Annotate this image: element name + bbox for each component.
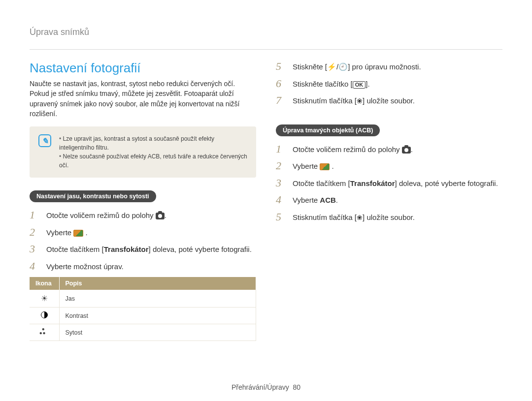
note-item: Lze upravit jas, kontrast a sytost a sou… (59, 134, 248, 152)
footer-section: Přehrávání/Úpravy (232, 383, 289, 391)
step-item: 1 Otočte voličem režimů do polohy . (30, 209, 256, 221)
step-item: 7 Stisknutím tlačítka [❀] uložíte soubor… (276, 94, 502, 107)
step-text: Stisknutím tlačítka [❀] uložíte soubor. (293, 211, 415, 223)
step-item: 5 Stisknutím tlačítka [❀] uložíte soubor… (276, 211, 502, 223)
steps-left: 1 Otočte voličem režimů do polohy . 2 Vy… (30, 209, 256, 272)
section-heading-left: Nastavení jasu, kontrastu nebo sytosti (30, 190, 156, 202)
step-number: 3 (276, 177, 286, 189)
intro-paragraph: Naučte se nastavit jas, kontrast, sytost… (30, 79, 256, 119)
step-text: Vyberte . (46, 226, 88, 239)
left-column: Nastavení fotografií Naučte se nastavit … (30, 61, 256, 373)
table-cell: Sytost (59, 324, 256, 341)
step-number: 1 (30, 209, 39, 221)
step-text: Vyberte . (293, 160, 334, 172)
flower-icon: ❀ (357, 96, 363, 106)
table-row: ☀ Jas (30, 290, 256, 308)
footer-page-number: 80 (293, 383, 300, 391)
step-item: 4 Vyberte možnost úprav. (30, 260, 256, 273)
section-heading-right: Úprava tmavých objektů (ACB) (276, 124, 380, 136)
step-item: 5 Stiskněte [⚡/🕘] pro úpravu možnosti. (276, 61, 502, 73)
step-text: Stiskněte [⚡/🕘] pro úpravu možnosti. (293, 61, 421, 73)
step-text: Vyberte možnost úprav. (46, 260, 124, 273)
brightness-icon: ☀ (41, 294, 48, 303)
step-item: 2 Vyberte . (30, 226, 256, 239)
step-text: Vyberte ACB. (293, 194, 338, 206)
step-number: 4 (30, 260, 39, 272)
timer-icon: 🕘 (338, 62, 348, 71)
step-number: 1 (276, 143, 286, 155)
flower-icon: ❀ (357, 213, 363, 223)
page-title: Nastavení fotografií (30, 61, 256, 76)
camera-icon (156, 213, 165, 219)
step-item: 3 Otočte tlačítkem [Transfokátor] doleva… (276, 177, 502, 189)
camera-icon (402, 147, 411, 154)
edit-icon (320, 163, 330, 170)
note-box: ✎ Lze upravit jas, kontrast a sytost a s… (30, 126, 256, 178)
footer: Přehrávání/Úpravy 80 (30, 373, 502, 391)
table-row: Sytost (30, 324, 256, 341)
table-header-desc: Popis (59, 277, 256, 290)
note-list: Lze upravit jas, kontrast a sytost a sou… (59, 134, 248, 170)
step-number: 7 (276, 94, 286, 106)
step-number: 2 (30, 226, 39, 238)
step-text: Otočte tlačítkem [Transfokátor] doleva, … (293, 177, 498, 189)
step-number: 5 (276, 61, 286, 72)
table-header-icon: Ikona (30, 277, 59, 290)
step-item: 4 Vyberte ACB. (276, 194, 502, 206)
steps-right-top: 5 Stiskněte [⚡/🕘] pro úpravu možnosti. 6… (276, 61, 502, 107)
step-item: 2 Vyberte . (276, 160, 502, 172)
step-number: 5 (276, 211, 286, 223)
table-row: Kontrast (30, 308, 256, 324)
options-table: Ikona Popis ☀ Jas Kontrast Syt (30, 277, 256, 341)
note-item: Nelze současně používat efekty ACB, retu… (59, 152, 248, 170)
step-item: 3 Otočte tlačítkem [Transfokátor] doleva… (30, 243, 256, 255)
ok-icon: OK (353, 81, 366, 89)
step-text: Otočte voličem režimů do polohy . (293, 143, 413, 155)
note-icon: ✎ (38, 134, 51, 147)
saturation-icon (40, 328, 49, 335)
step-number: 2 (276, 160, 286, 172)
flash-icon: ⚡ (327, 62, 336, 71)
edit-icon (73, 230, 83, 237)
steps-right: 1 Otočte voličem režimů do polohy . 2 Vy… (276, 143, 502, 223)
step-item: 1 Otočte voličem režimů do polohy . (276, 143, 502, 155)
chapter-title: Úprava snímků (30, 27, 502, 40)
divider (30, 49, 502, 50)
table-cell: Jas (59, 290, 256, 308)
step-text: Stiskněte tlačítko [OK]. (293, 78, 370, 90)
step-item: 6 Stiskněte tlačítko [OK]. (276, 78, 502, 90)
contrast-icon (41, 311, 48, 318)
right-column: 5 Stiskněte [⚡/🕘] pro úpravu možnosti. 6… (276, 61, 502, 373)
step-number: 3 (30, 243, 39, 255)
step-text: Otočte voličem režimů do polohy . (46, 209, 166, 221)
step-text: Otočte tlačítkem [Transfokátor] doleva, … (46, 243, 252, 255)
step-number: 6 (276, 78, 286, 90)
table-cell: Kontrast (59, 308, 256, 324)
step-text: Stisknutím tlačítka [❀] uložíte soubor. (293, 94, 415, 107)
step-number: 4 (276, 194, 286, 206)
